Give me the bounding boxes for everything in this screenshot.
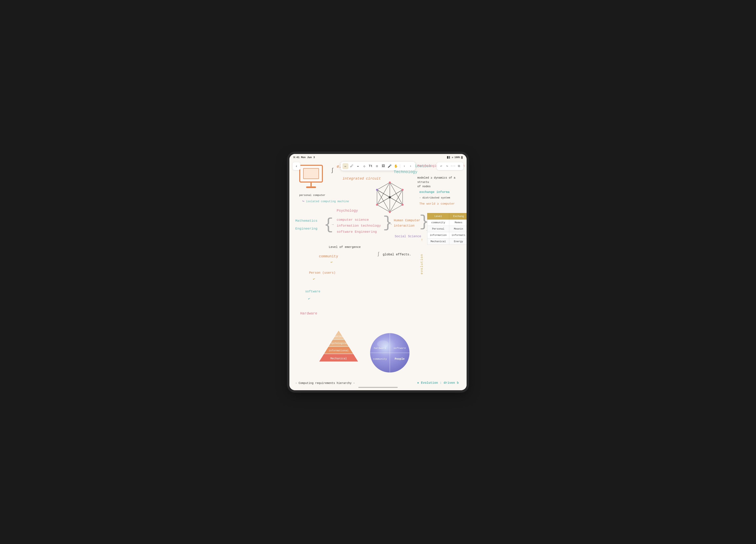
cs-group: computer science information technology …: [337, 217, 381, 235]
arrow-2: →: [390, 222, 392, 226]
evolution-driven-label: ● Evolution : driven b: [417, 381, 459, 385]
undo-button[interactable]: ↩: [439, 164, 444, 169]
svg-point-13: [389, 182, 391, 183]
status-time: 9:41 Mon Jun 3: [293, 156, 315, 159]
evolution-arrow: ↑: [421, 238, 423, 242]
data-table-container: Level Exchang community Memes Personal M…: [427, 213, 467, 245]
pyramid-illustration: Mechanical informational Psychological s…: [317, 321, 360, 365]
table-cell-level-1: community: [427, 219, 449, 226]
table-cell-level-2: Personal: [427, 226, 449, 232]
svg-line-12: [377, 190, 390, 212]
personal-computer-label: personal computer: [299, 194, 325, 197]
svg-text:People: People: [395, 357, 405, 361]
psychology-label: Psychology: [337, 209, 358, 213]
svg-point-15: [402, 204, 404, 206]
svg-text:software: software: [394, 347, 406, 350]
hci-label: Human Computer interaction: [394, 218, 420, 229]
scroll-indicator: [358, 387, 398, 388]
share-button[interactable]: ⧉: [456, 164, 461, 169]
table-row: Personal Meanin: [427, 226, 467, 232]
global-effects-label: global effects.: [383, 253, 411, 256]
table-row: community Memes: [427, 219, 467, 226]
svg-marker-23: [333, 330, 345, 339]
hand-tool[interactable]: ✋: [393, 163, 399, 169]
marker-tool[interactable]: ✒: [355, 163, 361, 169]
software-left-label: software: [305, 290, 320, 293]
isolated-label: ↪ isolated computing machine: [302, 199, 349, 203]
arrow-tool[interactable]: ›: [408, 163, 414, 169]
global-effects-container: ∫ global effects.: [377, 251, 410, 257]
text-tool[interactable]: Tt: [368, 163, 374, 169]
svg-point-14: [402, 189, 404, 191]
network-polygon: [372, 180, 408, 215]
svg-text:informational: informational: [329, 349, 349, 352]
svg-point-16: [389, 211, 391, 213]
software-arrow: ↙: [308, 295, 311, 301]
wifi-icon: ⇌: [452, 156, 453, 159]
pencil-tool[interactable]: ✏: [343, 163, 348, 169]
evolution-label: evolution: [420, 254, 424, 274]
toolbar-divider: [400, 164, 400, 168]
person-users-label: Person (users): [309, 271, 335, 275]
more-button[interactable]: ···: [450, 164, 456, 169]
image-tool[interactable]: 🖼: [380, 163, 386, 169]
back-button[interactable]: ‹: [293, 162, 300, 170]
audio-tool[interactable]: 🎤: [387, 163, 393, 169]
engineering-label: Engineering: [295, 227, 317, 231]
canvas: 9:41 Mon Jun 3 ▐▌▌ ⇌ 100% ▓ ‹ ✏ 🖊 ✒ ◇ Tt…: [289, 154, 467, 390]
svg-text:Mechanical: Mechanical: [330, 357, 347, 360]
svg-text:community: community: [373, 358, 387, 361]
level-emergence-label: Level of emergence: [329, 246, 361, 249]
pen-tool[interactable]: 🖊: [349, 163, 355, 169]
eraser-tool[interactable]: ◇: [361, 163, 367, 169]
svg-point-19: [389, 196, 391, 198]
table-cell-exchange-2: Meanin: [449, 226, 467, 232]
computing-requirements-label: - Computing requirements hierarchy -: [295, 382, 355, 385]
selection-tool[interactable]: ⊡: [374, 163, 380, 169]
table-col1-header: Level: [427, 213, 449, 219]
table-cell-exchange-3: informati: [449, 232, 467, 238]
status-bar: 9:41 Mon Jun 3 ▐▌▌ ⇌ 100% ▓: [289, 154, 467, 161]
levels-table: Level Exchang community Memes Personal M…: [427, 213, 467, 245]
svg-point-18: [376, 189, 378, 191]
table-col2-header: Exchang: [449, 213, 467, 219]
person-arrow: ↙: [312, 276, 316, 281]
evolution-container: evolution ↑: [420, 237, 424, 292]
community-top-label: community: [319, 254, 338, 258]
top-right-toolbar: ↩ ↪ ··· ⧉: [437, 162, 463, 170]
globe-illustration: hardware software community People: [368, 331, 411, 374]
battery-icon: ▓: [461, 156, 463, 159]
table-cell-exchange-4: Energy: [449, 238, 467, 245]
svg-point-36: [377, 340, 389, 348]
battery-label: 100%: [454, 156, 460, 159]
social-science-label: Social Science: [395, 235, 421, 238]
svg-point-17: [376, 204, 378, 206]
distributed-label: - distributed system: [419, 196, 450, 199]
toolbar: ✏ 🖊 ✒ ◇ Tt ⊡ 🖼 🎤 ✋ › ›: [341, 162, 416, 171]
arrow-1: →: [332, 223, 334, 226]
exchange-label: exchange informa: [419, 190, 450, 194]
community-arrow: ↙: [330, 259, 334, 264]
redo-button[interactable]: ↪: [445, 164, 450, 169]
world-computer-label: The world ≥ computer: [419, 202, 455, 206]
ipad-frame: 9:41 Mon Jun 3 ▐▌▌ ⇌ 100% ▓ ‹ ✏ 🖊 ✒ ◇ Tt…: [289, 154, 467, 390]
swirl-1: ∫: [331, 167, 334, 173]
hardware-label: Hardware: [300, 311, 317, 315]
modeled-label: modeled ≥ dynamics of a structu of nodes: [417, 176, 467, 189]
svg-text:Psychological: Psychological: [329, 342, 348, 345]
table-cell-level-3: information: [427, 232, 449, 238]
signal-icon: ▐▌▌: [446, 156, 451, 159]
table-row: Mechanical Energy: [427, 238, 467, 245]
svg-text:social: social: [334, 335, 343, 338]
more-tools[interactable]: ›: [401, 163, 407, 169]
table-row: information informati: [427, 232, 467, 238]
mathematics-label: Mathematics: [295, 219, 317, 223]
table-cell-level-4: Mechanical: [427, 238, 449, 245]
table-cell-exchange-1: Memes: [449, 219, 467, 226]
